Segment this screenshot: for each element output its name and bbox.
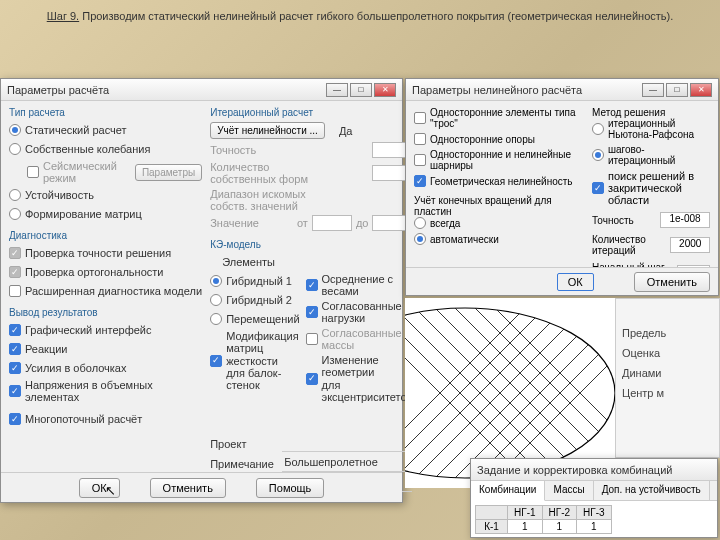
stepiter-radio[interactable] bbox=[592, 149, 604, 161]
rp-item[interactable]: Динами bbox=[622, 367, 713, 379]
calc-type-label: Тип расчета bbox=[9, 107, 202, 118]
ok2-button[interactable]: ОК bbox=[557, 273, 594, 291]
orthog-check[interactable] bbox=[9, 266, 21, 278]
note-input[interactable]: Большепролетное покрытие bbox=[282, 456, 412, 472]
accuracy-check[interactable] bbox=[9, 247, 21, 259]
gui-check[interactable] bbox=[9, 324, 21, 336]
right-panel: Предель Оценка Динами Центр м bbox=[615, 298, 720, 458]
volstress-check[interactable] bbox=[9, 385, 21, 397]
minimize-icon[interactable]: — bbox=[326, 83, 348, 97]
iters-input[interactable]: 2000 bbox=[670, 237, 710, 253]
svg-point-1 bbox=[405, 308, 615, 478]
ok-button[interactable]: ОК bbox=[79, 478, 120, 498]
cell[interactable]: 1 bbox=[508, 520, 543, 534]
agreedmasses-check bbox=[306, 333, 318, 345]
hybrid2-radio[interactable] bbox=[210, 294, 222, 306]
tros-check[interactable] bbox=[414, 112, 426, 124]
newton-radio[interactable] bbox=[592, 123, 604, 135]
diag-label: Диагностика bbox=[9, 230, 202, 241]
help-button[interactable]: Помощь bbox=[256, 478, 325, 498]
win3-titlebar[interactable]: Задание и корректировка комбинаций bbox=[471, 459, 717, 481]
comb-table: НГ-1 НГ-2 НГ-3 К-1 1 1 1 bbox=[475, 505, 612, 534]
rp-item[interactable]: Центр м bbox=[622, 387, 713, 399]
geomchange-check[interactable] bbox=[306, 373, 318, 385]
tab-stability[interactable]: Доп. на устойчивость bbox=[594, 481, 710, 500]
rp-item[interactable]: Предель bbox=[622, 327, 713, 339]
geom-check[interactable] bbox=[414, 175, 426, 187]
win1-title: Параметры расчёта bbox=[7, 84, 109, 96]
maximize-icon[interactable]: □ bbox=[350, 83, 372, 97]
output-label: Вывод результатов bbox=[9, 307, 202, 318]
shellforces-check[interactable] bbox=[9, 362, 21, 374]
nonlinear-button[interactable]: Учёт нелинейности ... bbox=[210, 122, 325, 139]
multithread-check[interactable] bbox=[9, 413, 21, 425]
slide-title: Шаг 9. Производим статический нелинейный… bbox=[0, 4, 720, 26]
extdiag-check[interactable] bbox=[9, 285, 21, 297]
win2-titlebar[interactable]: Параметры нелинейного расчёта — □ ✕ bbox=[406, 79, 718, 101]
maximize-icon[interactable]: □ bbox=[666, 83, 688, 97]
hybrid1-radio[interactable] bbox=[210, 275, 222, 287]
eigen-radio[interactable] bbox=[9, 143, 21, 155]
nonlinear-params-window: Параметры нелинейного расчёта — □ ✕ Одно… bbox=[405, 78, 719, 296]
cell[interactable]: 1 bbox=[577, 520, 612, 534]
cancel2-button[interactable]: Отменить bbox=[634, 272, 710, 292]
auto-radio[interactable] bbox=[414, 233, 426, 245]
from-input bbox=[312, 215, 352, 231]
tab-masses[interactable]: Массы bbox=[545, 481, 593, 500]
displ-radio[interactable] bbox=[210, 313, 222, 325]
calc-params-window: Параметры расчёта — □ ✕ Тип расчета Стат… bbox=[0, 78, 403, 503]
iter-label: Итерационный расчет bbox=[210, 107, 412, 118]
close-icon[interactable]: ✕ bbox=[690, 83, 712, 97]
project-input[interactable] bbox=[282, 436, 412, 452]
matrices-radio[interactable] bbox=[9, 208, 21, 220]
agreedloads-check[interactable] bbox=[306, 306, 318, 318]
tab-combinations[interactable]: Комбинации bbox=[471, 481, 545, 501]
always-radio[interactable] bbox=[414, 217, 426, 229]
stability-radio[interactable] bbox=[9, 189, 21, 201]
fe-label: КЭ-модель bbox=[210, 239, 412, 250]
minimize-icon[interactable]: — bbox=[642, 83, 664, 97]
static-radio[interactable] bbox=[9, 124, 21, 136]
combinations-window: Задание и корректировка комбинаций Комби… bbox=[470, 458, 718, 538]
win2-title: Параметры нелинейного расчёта bbox=[412, 84, 582, 96]
precision2-input[interactable]: 1e-008 bbox=[660, 212, 710, 228]
postcrit-check[interactable] bbox=[592, 182, 604, 194]
cancel-button[interactable]: Отменить bbox=[150, 478, 226, 498]
react-check[interactable] bbox=[9, 343, 21, 355]
avgweights-check[interactable] bbox=[306, 279, 318, 291]
mod-check[interactable] bbox=[210, 355, 222, 367]
seismic-check bbox=[27, 166, 39, 178]
supports-check[interactable] bbox=[414, 133, 426, 145]
close-icon[interactable]: ✕ bbox=[374, 83, 396, 97]
cell[interactable]: 1 bbox=[542, 520, 577, 534]
rp-item[interactable]: Оценка bbox=[622, 347, 713, 359]
win3-title: Задание и корректировка комбинаций bbox=[477, 464, 672, 476]
hinges-check[interactable] bbox=[414, 154, 426, 166]
win1-titlebar[interactable]: Параметры расчёта — □ ✕ bbox=[1, 79, 402, 101]
params-button: Параметры bbox=[135, 164, 202, 181]
